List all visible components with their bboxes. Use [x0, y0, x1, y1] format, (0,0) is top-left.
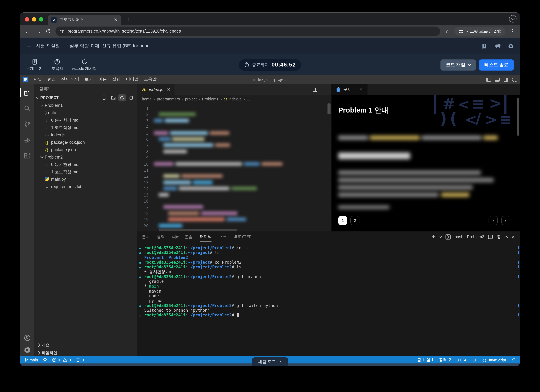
notifications-bell-icon[interactable] — [511, 358, 516, 362]
menu-item[interactable]: 파일 — [31, 77, 45, 82]
extensions-icon[interactable] — [20, 150, 34, 161]
forward-icon[interactable]: → — [35, 28, 41, 34]
toggle-panel-icon[interactable] — [495, 78, 500, 81]
problem-tab[interactable]: 문제 ✕ — [331, 84, 368, 95]
kill-terminal-icon[interactable] — [497, 235, 501, 239]
finish-test-button[interactable]: 테스트 종료 — [479, 59, 514, 70]
reset-test-link[interactable]: 시험 재설정 — [36, 43, 60, 49]
split-terminal-icon[interactable] — [488, 235, 493, 239]
menu-item[interactable]: 도움말 — [141, 77, 159, 82]
tree-item[interactable]: Problem1 — [34, 102, 137, 109]
outline-section[interactable]: 개요 — [34, 341, 137, 349]
guide-book-icon[interactable] — [481, 43, 487, 49]
tree-item[interactable]: data — [34, 109, 137, 117]
window-close-button[interactable] — [25, 17, 29, 21]
tree-item[interactable]: ↓1.코드작성.md — [34, 124, 137, 131]
page-button-2[interactable]: 2 — [350, 216, 360, 225]
announcement-megaphone-icon[interactable] — [495, 43, 501, 49]
grade-code-button[interactable]: 코드 채점 — [440, 59, 476, 70]
tree-item[interactable]: Problem2 — [34, 153, 137, 161]
breadcrumb-item[interactable]: programmers — [157, 97, 180, 101]
page-button-1[interactable]: 1 — [338, 216, 347, 225]
new-file-icon[interactable] — [101, 94, 108, 101]
breadcrumb-item[interactable]: Problem1 — [202, 97, 218, 101]
indentation[interactable]: 공백: 2 — [439, 358, 451, 363]
help-button[interactable]: 도움말 — [51, 59, 63, 71]
encoding[interactable]: UTF-8 — [456, 358, 467, 362]
window-minimize-button[interactable] — [32, 17, 36, 21]
sync-changes-indicator[interactable] — [43, 358, 47, 362]
breadcrumb-item[interactable]: project — [185, 97, 197, 101]
site-settings-icon[interactable] — [60, 29, 64, 34]
git-branch-indicator[interactable]: main — [24, 358, 38, 362]
grading-log-button[interactable]: 채점 로그 ∧ — [252, 358, 288, 366]
tree-item[interactable]: ↓0.응시환경.md — [34, 161, 137, 168]
menu-item[interactable]: 편집 — [45, 77, 59, 82]
close-problem-tab-icon[interactable]: ✕ — [359, 87, 363, 92]
collapse-folders-icon[interactable] — [127, 94, 135, 101]
editor-tab-indexjs[interactable]: JS index.js ✕ — [137, 84, 175, 95]
close-tab-icon[interactable]: ✕ — [167, 87, 171, 92]
split-editor-icon[interactable] — [313, 88, 317, 92]
maximize-panel-icon[interactable] — [505, 236, 508, 239]
code-editor[interactable]: 1234567891011121314151617181920 — [137, 103, 331, 231]
tree-item[interactable]: ≡requirements.txt — [34, 183, 137, 191]
explorer-icon[interactable] — [20, 87, 34, 98]
tree-item[interactable]: ↓1.코드작성.md — [34, 168, 137, 176]
browser-tab[interactable]: 프로그래머스 ✕ — [48, 15, 121, 25]
customize-layout-icon[interactable] — [512, 78, 517, 81]
run-debug-icon[interactable] — [20, 134, 34, 145]
next-page-button[interactable]: › — [501, 216, 510, 225]
restart-vscode-button[interactable]: vscode 재시작 — [72, 59, 97, 71]
window-zoom-button[interactable] — [39, 17, 43, 21]
forwarded-ports-indicator[interactable]: 0 — [76, 358, 84, 362]
prev-page-button[interactable]: ‹ — [489, 216, 498, 225]
tab-close-icon[interactable]: ✕ — [114, 17, 118, 22]
new-folder-icon[interactable] — [110, 94, 117, 101]
eol[interactable]: LF — [473, 358, 477, 362]
bookmark-star-icon[interactable]: ☆ — [445, 28, 449, 34]
project-section-header[interactable]: PROJECT — [34, 94, 137, 102]
new-tab-button[interactable]: + — [126, 16, 130, 23]
tree-item[interactable]: ↓0.응시환경.md — [34, 117, 137, 124]
back-icon[interactable]: ← — [25, 28, 31, 34]
chrome-menu-icon[interactable]: ⋮ — [510, 28, 515, 34]
source-control-icon[interactable] — [20, 118, 34, 130]
url-text[interactable]: programmers.co.kr/app/with_setting/tests… — [68, 29, 181, 34]
close-panel-icon[interactable]: ✕ — [511, 234, 515, 239]
url-bar[interactable]: programmers.co.kr/app/with_setting/tests… — [55, 27, 440, 36]
terminal-dropdown-icon[interactable] — [439, 235, 442, 238]
panel-tab[interactable]: 포트 — [219, 232, 227, 241]
editor-horizontal-scrollbar[interactable] — [159, 229, 237, 231]
editor-more-actions-icon[interactable]: ··· — [322, 87, 327, 92]
settings-gear-icon[interactable] — [508, 43, 514, 49]
problem-more-actions-icon[interactable]: ··· — [511, 87, 516, 92]
menu-item[interactable]: 실행 — [110, 77, 123, 82]
panel-tab[interactable]: 문제 — [142, 232, 150, 241]
search-icon[interactable] — [20, 103, 34, 114]
language-mode[interactable]: { } JavaScript — [483, 358, 506, 362]
explorer-more-actions-icon[interactable]: ··· — [127, 86, 132, 91]
toggle-sidebar-icon[interactable] — [486, 78, 491, 81]
tab-search-button[interactable] — [509, 15, 516, 23]
menu-item[interactable]: 보기 — [82, 77, 96, 82]
menu-item[interactable]: 선택 영역 — [59, 77, 82, 82]
tree-item[interactable]: JSindex.js — [34, 131, 137, 139]
problem-scrollbar[interactable] — [517, 98, 519, 136]
menu-item[interactable]: 이동 — [96, 77, 110, 82]
tree-item[interactable]: { }package.json — [34, 146, 137, 153]
reload-icon[interactable] — [46, 29, 51, 34]
cursor-position[interactable]: 줄 1, 열 1 — [417, 358, 434, 363]
tree-item[interactable]: main.py — [34, 176, 137, 183]
breadcrumb-item[interactable]: ... — [247, 97, 250, 101]
back-arrow-icon[interactable]: ← — [26, 43, 32, 49]
editor-vertical-scrollbar[interactable] — [327, 103, 330, 114]
terminal[interactable]: ●root@9da3354e241f:~/project/Problem1# c… — [137, 242, 520, 356]
refresh-explorer-icon[interactable] — [118, 94, 126, 101]
problems-indicator[interactable]: 0 0 — [52, 358, 71, 362]
vscode-menu-icon[interactable] — [23, 77, 28, 82]
new-terminal-icon[interactable]: + — [432, 234, 435, 240]
account-icon[interactable] — [23, 334, 31, 342]
tree-item[interactable]: { }package-lock.json — [34, 139, 137, 146]
menu-item[interactable]: 터미널 — [123, 77, 141, 82]
